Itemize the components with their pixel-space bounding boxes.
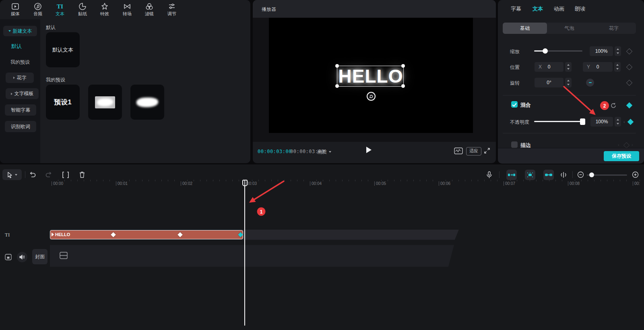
main-track-toggle-icon[interactable] [5, 254, 12, 260]
position-y-stepper[interactable] [614, 62, 621, 72]
tab-animation[interactable]: 动画 [554, 5, 564, 12]
sidebar-item-label: 新建文本 [13, 28, 32, 35]
subtab-bubble[interactable]: 气泡 [547, 23, 591, 34]
reset-icon[interactable] [610, 102, 617, 109]
prev-keyframe-icon[interactable]: ‹ [623, 119, 625, 124]
linkage-toggle[interactable] [543, 170, 554, 180]
sidebar-item-my-presets[interactable]: 我的预设 [10, 59, 30, 66]
app-window: 媒体 音频 TI 文本 贴纸 特效 转场 [0, 0, 644, 330]
subtab-group: 基础 气泡 花字 [503, 23, 636, 34]
stroke-checkbox[interactable] [511, 141, 518, 148]
effects-icon [101, 2, 109, 10]
sidebar-item-default[interactable]: 默认 [11, 43, 22, 50]
opacity-slider-track[interactable] [534, 121, 583, 122]
redo-button[interactable] [44, 169, 53, 180]
player-panel: 播放器 HELLO 00:00:03:00 00:00:03:00 画质 适应 [253, 0, 496, 163]
sidebar-item-fancy-text[interactable]: 花字 [6, 73, 34, 83]
toolbar-item-media[interactable]: 媒体 [6, 2, 24, 19]
sidebar-item-smart-captions[interactable]: 智能字幕 [5, 104, 36, 116]
playhead-handle[interactable] [242, 180, 248, 186]
mute-original-sound-button[interactable] [17, 252, 27, 262]
scale-keyframe-icon[interactable] [626, 48, 633, 55]
opacity-keyframe-icon[interactable] [627, 119, 634, 125]
preset-card-1[interactable]: 预设1 [46, 85, 80, 120]
toolbar-item-adjust[interactable]: 调节 [163, 2, 181, 19]
auto-snap-toggle[interactable] [525, 170, 535, 180]
delete-button[interactable] [78, 169, 87, 180]
playhead-line[interactable] [244, 180, 245, 326]
ruler-label: 00:00 [52, 181, 63, 186]
rotation-keyframe-icon[interactable] [626, 80, 633, 86]
position-keyframe-icon[interactable] [626, 64, 633, 71]
position-y-input[interactable]: Y 0 [583, 62, 613, 72]
blend-keyframe-icon[interactable] [626, 102, 633, 109]
sidebar-item-text-template[interactable]: 文字模板 [6, 88, 39, 99]
quality-dropdown[interactable]: 画质 [317, 149, 331, 156]
scale-slider-handle[interactable] [543, 48, 548, 54]
tab-text[interactable]: 文本 [533, 5, 543, 12]
zoom-out-button[interactable] [576, 169, 584, 180]
undo-icon [29, 172, 36, 178]
toolbar-item-effects[interactable]: 特效 [96, 2, 114, 19]
scale-value-input[interactable]: 100% [590, 46, 613, 56]
ruler-label: 00: [633, 181, 640, 186]
cover-button[interactable]: 封面 [32, 249, 47, 264]
selection-handle-nw[interactable] [335, 64, 339, 68]
selection-handle-ne[interactable] [401, 64, 405, 68]
preset-card-3[interactable] [130, 85, 164, 120]
fit-label: 适应 [469, 148, 478, 153]
undo-button[interactable] [28, 169, 37, 180]
selection-handle-sw[interactable] [335, 84, 339, 88]
rotate-handle[interactable] [367, 92, 376, 101]
select-tool-button[interactable] [2, 169, 22, 180]
default-text-card[interactable]: 默认文本 [46, 32, 80, 67]
preview-axis-toggle[interactable] [559, 169, 568, 180]
play-button[interactable] [366, 147, 372, 153]
rotation-dial[interactable] [586, 79, 594, 87]
split-button[interactable] [61, 169, 70, 180]
rotation-stepper[interactable] [565, 78, 572, 87]
toolbar-item-text[interactable]: TI 文本 [51, 2, 69, 19]
toolbar-item-audio[interactable]: 音频 [29, 2, 47, 19]
tab-read-aloud[interactable]: 朗读 [575, 5, 585, 12]
text-clip-hello[interactable]: HELLO [50, 230, 243, 239]
toolbar-item-label: 贴纸 [78, 12, 87, 16]
opacity-stepper[interactable] [615, 117, 621, 127]
filter-icon [145, 2, 153, 10]
blend-checkbox[interactable] [511, 101, 518, 108]
fullscreen-icon[interactable] [484, 147, 490, 154]
text-selection-box[interactable] [337, 66, 404, 87]
timeline-zoom-handle[interactable] [589, 172, 594, 177]
selection-handle-se[interactable] [401, 84, 405, 88]
zoom-in-button[interactable] [631, 169, 639, 180]
preview-quality-icon[interactable] [454, 147, 463, 154]
tab-caption[interactable]: 字幕 [511, 5, 521, 12]
sidebar-item-label: 智能字幕 [11, 107, 30, 114]
save-preset-button[interactable]: 保存预设 [604, 151, 639, 161]
fit-button[interactable]: 适应 [466, 147, 481, 156]
keyframe-diamond-2[interactable] [178, 232, 183, 237]
scale-stepper[interactable] [615, 46, 621, 56]
preset-card-2[interactable] [88, 85, 122, 120]
text-track-type-label: TI [5, 232, 10, 238]
sidebar-item-lyrics-recognition[interactable]: 识别歌词 [5, 121, 36, 132]
sidebar-item-new-text[interactable]: 新建文本 [3, 26, 37, 36]
record-voiceover-button[interactable] [485, 169, 493, 180]
keyframe-diamond-1[interactable] [111, 232, 116, 237]
toolbar-item-label: 调节 [167, 12, 176, 16]
position-x-stepper[interactable] [565, 62, 572, 72]
opacity-value-input[interactable]: 100% [590, 117, 613, 127]
sidebar-item-label: 识别歌词 [11, 123, 30, 130]
toolbar-item-transition[interactable]: 转场 [118, 2, 136, 19]
position-x-input[interactable]: X 0 [535, 62, 564, 72]
subtab-fancy[interactable]: 花字 [592, 23, 636, 34]
rotation-label: 旋转 [510, 80, 520, 87]
rotation-value-input[interactable]: 0° [535, 78, 564, 87]
subtab-basic[interactable]: 基础 [503, 23, 547, 34]
toolbar-item-sticker[interactable]: 贴纸 [74, 2, 91, 19]
redo-icon [45, 172, 52, 178]
main-track-magnet-toggle[interactable] [506, 170, 517, 180]
toolbar-item-filter[interactable]: 滤镜 [140, 2, 158, 19]
opacity-slider-handle[interactable] [580, 118, 585, 125]
keyframe-diamond-active[interactable] [238, 232, 243, 237]
